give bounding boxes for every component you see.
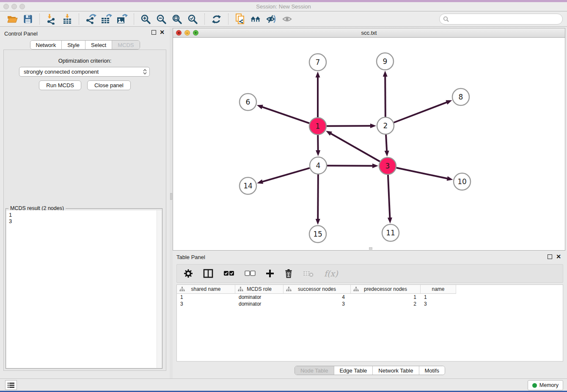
graph-edge-arrowhead <box>447 176 453 181</box>
column-header-name[interactable]: name <box>421 285 456 294</box>
zoom-fit-icon[interactable] <box>171 14 183 25</box>
graph-edge[interactable] <box>327 126 371 126</box>
table-row[interactable]: 3 dominator 3 2 3 <box>177 301 563 307</box>
network-bottom-grip[interactable] <box>369 247 372 250</box>
show-all-icon[interactable] <box>281 14 293 25</box>
vertical-splitter[interactable] <box>170 27 173 378</box>
tab-mcds[interactable]: MCDS <box>112 41 139 49</box>
cell-shared-name: 1 <box>177 294 235 301</box>
graph-node-label: 7 <box>316 58 320 66</box>
tab-select[interactable]: Select <box>85 41 112 49</box>
import-table-icon[interactable] <box>61 14 73 25</box>
list-icon <box>8 382 14 388</box>
table-toolbar: f(x) <box>176 264 563 283</box>
table-row[interactable]: 1 dominator 4 1 1 <box>177 294 563 301</box>
criterion-dropdown[interactable]: strongly connected component <box>19 67 150 77</box>
delete-row-icon[interactable] <box>284 269 293 278</box>
graph-edge[interactable] <box>318 174 318 220</box>
graph-edge-arrowhead <box>383 71 388 77</box>
first-neighbors-icon[interactable] <box>250 14 261 25</box>
close-table-panel-icon[interactable]: ✕ <box>556 254 561 259</box>
control-panel-title: Control Panel <box>4 30 38 37</box>
tab-network[interactable]: Network <box>30 41 62 49</box>
export-image-icon[interactable] <box>116 14 128 25</box>
column-header-successor-nodes[interactable]: successor nodes <box>284 285 351 294</box>
graph-node-label: 4 <box>316 161 321 170</box>
tab-edge-table[interactable]: Edge Table <box>334 366 373 375</box>
mcds-result-group: MCDS result (2 nodes) 1 3 <box>6 208 162 369</box>
node-table[interactable]: shared name MCDS role successor nodes pr… <box>176 284 563 362</box>
cell-successor-nodes: 3 <box>284 301 351 307</box>
graph-edge[interactable] <box>394 102 448 122</box>
tab-network-table[interactable]: Network Table <box>373 366 419 375</box>
column-header-mcds-role[interactable]: MCDS role <box>235 285 284 294</box>
graph-edge[interactable] <box>388 175 390 218</box>
tab-style[interactable]: Style <box>62 41 85 49</box>
mcds-result-text[interactable]: 1 3 <box>6 210 157 368</box>
export-table-icon[interactable] <box>101 14 112 25</box>
main-toolbar <box>0 12 567 27</box>
graph-edge-arrowhead <box>316 219 320 225</box>
deselect-all-icon[interactable] <box>245 271 256 276</box>
add-column-icon[interactable] <box>266 269 274 278</box>
select-all-icon[interactable] <box>223 271 234 276</box>
dropdown-stepper-icon <box>143 69 147 75</box>
column-type-icon <box>353 287 359 292</box>
graph-edge[interactable] <box>396 168 448 179</box>
tab-node-table[interactable]: Node Table <box>295 366 334 375</box>
save-session-icon[interactable] <box>22 14 33 25</box>
splitter-grip[interactable] <box>170 193 172 200</box>
column-header-predecessor-nodes[interactable]: predecessor nodes <box>351 285 421 294</box>
graph-edge-arrowhead <box>385 151 389 157</box>
graph-edge-arrowhead <box>446 100 452 105</box>
float-table-panel-icon[interactable] <box>548 254 552 259</box>
export-network-icon[interactable] <box>85 14 96 25</box>
split-panel-icon[interactable] <box>203 269 213 278</box>
zoom-in-icon[interactable] <box>140 14 151 25</box>
network-canvas[interactable]: 7968124314101511 <box>173 38 565 250</box>
network-view-window: ✕ − + scc.txt 7968124314101511 <box>173 28 565 251</box>
float-panel-icon[interactable] <box>151 30 156 35</box>
tab-motifs[interactable]: Motifs <box>419 366 445 375</box>
memory-button[interactable]: Memory <box>528 380 563 390</box>
refresh-icon[interactable] <box>211 14 222 25</box>
import-network-icon[interactable] <box>46 14 57 25</box>
close-panel-button[interactable]: Close panel <box>87 80 131 90</box>
search-field[interactable] <box>439 14 563 25</box>
graph-node-label: 6 <box>246 98 250 106</box>
result-scrollbar[interactable] <box>157 210 162 368</box>
graph-edge[interactable] <box>330 133 380 162</box>
graph-edge[interactable] <box>327 166 373 166</box>
mcds-panel-body: Optimization criterion: strongly connect… <box>3 50 166 371</box>
clone-network-icon[interactable] <box>234 14 246 25</box>
column-type-icon <box>238 287 243 292</box>
graph-node-label: 15 <box>313 230 322 238</box>
open-session-icon[interactable] <box>6 14 18 25</box>
graph-edge-arrowhead <box>257 179 263 184</box>
cell-name: 3 <box>421 301 456 307</box>
run-mcds-button[interactable]: Run MCDS <box>39 80 81 90</box>
close-panel-icon[interactable]: ✕ <box>160 30 165 35</box>
network-window-titlebar[interactable]: ✕ − + scc.txt <box>173 28 565 38</box>
zoom-selected-icon[interactable] <box>187 14 198 25</box>
search-input[interactable] <box>449 15 562 23</box>
graph-edge[interactable] <box>386 135 387 152</box>
graph-node-label: 8 <box>459 93 463 101</box>
network-graph: 7968124314101511 <box>173 38 565 250</box>
graph-node-label: 10 <box>457 177 467 186</box>
table-settings-icon[interactable] <box>184 269 193 278</box>
cell-mcds-role: dominator <box>235 294 284 301</box>
cell-predecessor-nodes: 1 <box>351 294 421 301</box>
graph-node-label: 9 <box>383 57 388 66</box>
task-history-button[interactable] <box>5 380 17 390</box>
hide-selected-icon[interactable] <box>266 14 277 25</box>
column-header-shared-name[interactable]: shared name <box>177 285 235 294</box>
graph-edge[interactable] <box>385 76 385 117</box>
network-window-title: scc.txt <box>173 30 565 36</box>
delete-column-icon[interactable] <box>303 270 314 277</box>
graph-edge[interactable] <box>262 168 310 182</box>
zoom-out-icon[interactable] <box>156 14 167 25</box>
graph-edge[interactable] <box>261 107 309 123</box>
function-builder-icon[interactable]: f(x) <box>324 269 338 278</box>
cell-mcds-role: dominator <box>235 301 284 307</box>
